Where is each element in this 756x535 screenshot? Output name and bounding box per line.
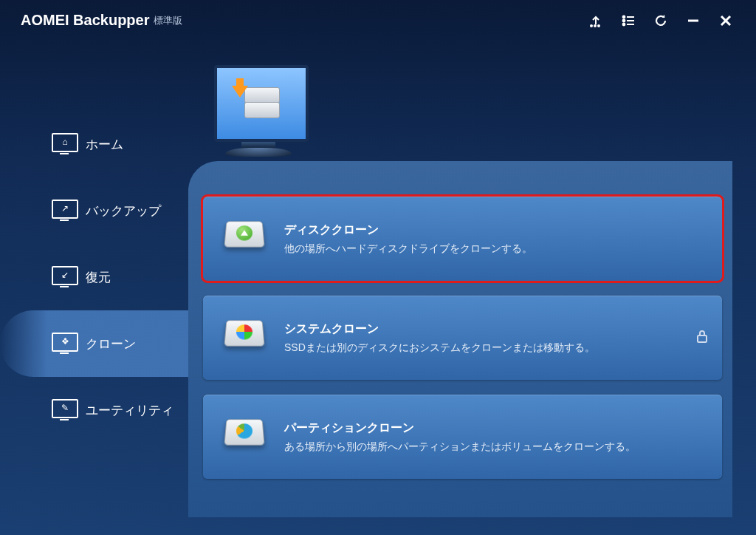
- option-desc: ある場所から別の場所へパーティションまたはボリュームをクローンする。: [284, 440, 636, 454]
- refresh-icon[interactable]: [651, 11, 670, 30]
- disk-clone-icon: [225, 219, 264, 258]
- system-clone-icon: [225, 318, 264, 357]
- svg-point-5: [623, 19, 625, 21]
- clone-hero-image: [214, 65, 303, 157]
- partition-clone-icon: [225, 418, 264, 456]
- svg-point-1: [594, 25, 596, 27]
- main-panel: ディスククローン 他の場所へハードディスクドライブをクローンする。 システムクロ…: [188, 161, 732, 517]
- option-desc: 他の場所へハードディスクドライブをクローンする。: [284, 242, 532, 256]
- clone-icon: ❖: [52, 333, 78, 355]
- app-name: AOMEI Backupper: [21, 12, 149, 29]
- sidebar-item-label: 復元: [86, 269, 111, 286]
- option-title: ディスククローン: [284, 222, 532, 238]
- sidebar: ⌂ ホーム ↗ バックアップ ↙ 復元 ❖ クローン ✎ ユーティリティ: [0, 111, 188, 443]
- option-system-clone[interactable]: システムクローン SSDまたは別のディスクにおシステムをクローンまたは移動する。: [203, 296, 722, 380]
- home-icon: ⌂: [52, 133, 78, 155]
- sidebar-item-label: ホーム: [86, 136, 123, 153]
- option-title: パーティションクローン: [284, 420, 636, 436]
- svg-point-2: [598, 25, 599, 27]
- svg-point-7: [623, 23, 625, 25]
- option-disk-clone[interactable]: ディスククローン 他の場所へハードディスクドライブをクローンする。: [203, 197, 722, 281]
- option-desc: SSDまたは別のディスクにおシステムをクローンまたは移動する。: [284, 341, 595, 355]
- app-edition: 標準版: [154, 14, 182, 27]
- option-partition-clone[interactable]: パーティションクローン ある場所から別の場所へパーティションまたはボリュームをク…: [203, 395, 722, 479]
- sidebar-item-restore[interactable]: ↙ 復元: [0, 244, 188, 310]
- sidebar-item-label: バックアップ: [86, 202, 161, 219]
- close-button[interactable]: [716, 11, 735, 30]
- menu-icon[interactable]: [619, 11, 638, 30]
- sidebar-item-clone[interactable]: ❖ クローン: [0, 310, 188, 377]
- option-title: システムクローン: [284, 321, 595, 337]
- minimize-button[interactable]: [684, 11, 703, 30]
- restore-icon: ↙: [52, 266, 78, 288]
- sidebar-item-label: クローン: [86, 335, 136, 352]
- svg-point-3: [623, 16, 625, 18]
- sidebar-item-label: ユーティリティ: [86, 402, 173, 419]
- svg-rect-12: [698, 335, 707, 342]
- sidebar-item-home[interactable]: ⌂ ホーム: [0, 111, 188, 177]
- svg-point-0: [591, 25, 592, 27]
- lock-icon: [695, 329, 709, 347]
- utilities-icon: ✎: [52, 399, 78, 421]
- sidebar-item-utilities[interactable]: ✎ ユーティリティ: [0, 377, 188, 443]
- sidebar-item-backup[interactable]: ↗ バックアップ: [0, 177, 188, 244]
- upgrade-icon[interactable]: [586, 11, 605, 30]
- backup-icon: ↗: [52, 200, 78, 222]
- title-bar: AOMEI Backupper 標準版: [0, 0, 756, 41]
